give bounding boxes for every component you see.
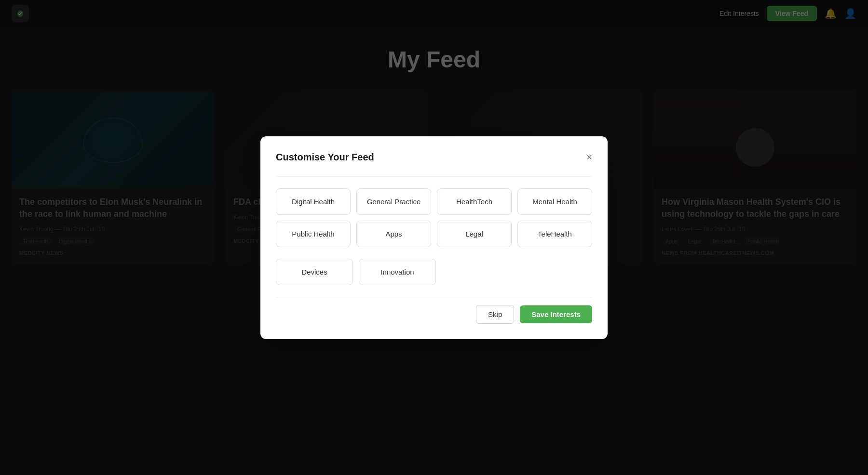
skip-button[interactable]: Skip bbox=[476, 305, 514, 324]
modal-footer: Skip Save Interests bbox=[276, 297, 592, 324]
interests-grid: Digital Health General Practice HealthTe… bbox=[276, 188, 592, 247]
interests-row-3: Devices Innovation bbox=[276, 259, 592, 285]
interest-tag-innovation[interactable]: Innovation bbox=[359, 259, 436, 285]
modal-overlay: Customise Your Feed × Digital Health Gen… bbox=[0, 0, 868, 475]
modal-title: Customise Your Feed bbox=[276, 152, 374, 163]
modal-header: Customise Your Feed × bbox=[276, 152, 592, 163]
interest-tag-legal[interactable]: Legal bbox=[437, 221, 512, 247]
modal: Customise Your Feed × Digital Health Gen… bbox=[260, 136, 608, 339]
interest-tag-general-practice[interactable]: General Practice bbox=[356, 188, 431, 215]
interest-tag-devices[interactable]: Devices bbox=[276, 259, 353, 285]
interest-tag-apps[interactable]: Apps bbox=[356, 221, 431, 247]
interest-tag-digital-health[interactable]: Digital Health bbox=[276, 188, 351, 215]
interest-tag-healthtech[interactable]: HealthTech bbox=[437, 188, 512, 215]
modal-divider bbox=[276, 176, 592, 177]
save-interests-button[interactable]: Save Interests bbox=[520, 305, 592, 323]
interest-tag-telehealth[interactable]: TeleHealth bbox=[517, 221, 592, 247]
modal-close-button[interactable]: × bbox=[586, 152, 592, 162]
interest-tag-public-health[interactable]: Public Health bbox=[276, 221, 351, 247]
interest-tag-mental-health[interactable]: Mental Health bbox=[517, 188, 592, 215]
